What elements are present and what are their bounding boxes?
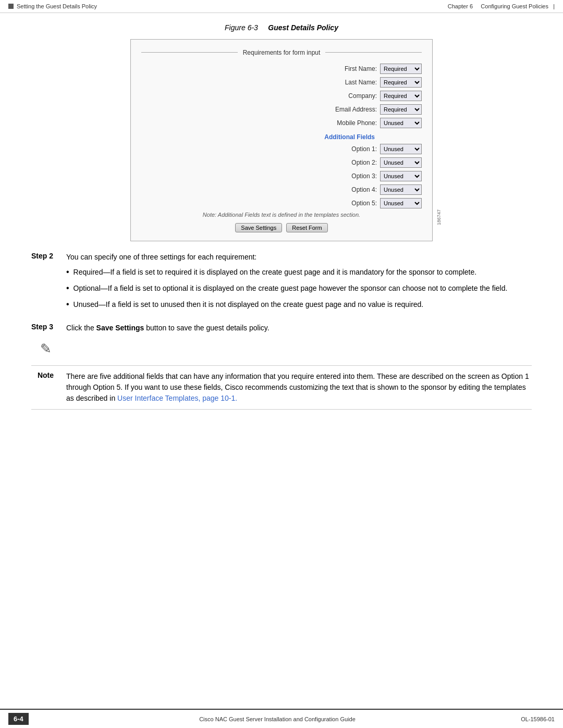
- step-2-content: You can specify one of three settings fo…: [66, 252, 532, 315]
- main-field-row-2: Company:RequiredOptionalUnused: [141, 91, 422, 101]
- header-breadcrumb: Setting the Guest Details Policy: [17, 3, 97, 9]
- main-field-label-0: First Name:: [320, 65, 377, 72]
- note-link[interactable]: User Interface Templates, page 10-1.: [117, 394, 237, 402]
- main-field-row-4: Mobile Phone:RequiredOptionalUnused: [141, 118, 422, 128]
- bullet-unused-text: Unused—If a field is set to unused then …: [74, 299, 424, 310]
- option-fields: Option 1:RequiredOptionalUnusedOption 2:…: [141, 144, 422, 208]
- header-icon: [8, 4, 14, 9]
- option-field-label-3: Option 4:: [320, 186, 377, 193]
- option-field-row-0: Option 1:RequiredOptionalUnused: [141, 144, 422, 154]
- main-field-row-3: Email Address:RequiredOptionalUnused: [141, 104, 422, 115]
- main-field-select-1[interactable]: RequiredOptionalUnused: [380, 77, 422, 88]
- step-3-bold: Save Settings: [96, 324, 144, 332]
- page-number: 6-4: [8, 713, 29, 725]
- bullet-dot-3: •: [66, 299, 69, 310]
- note-body: There are five additional fields that ca…: [66, 371, 532, 404]
- bullet-unused: • Unused—If a field is set to unused the…: [66, 299, 532, 310]
- steps-section: Step 2 You can specify one of three sett…: [31, 252, 532, 357]
- bullet-optional: • Optional—If a field is set to optional…: [66, 283, 532, 294]
- step-2-row: Step 2 You can specify one of three sett…: [31, 252, 532, 315]
- bottom-center: Cisco NAC Guest Server Installation and …: [199, 716, 356, 722]
- note-section: Note There are five additional fields th…: [31, 365, 532, 410]
- bottom-bar: 6-4 Cisco NAC Guest Server Installation …: [0, 709, 563, 728]
- option-field-select-4[interactable]: RequiredOptionalUnused: [380, 198, 422, 208]
- step-3-row: Step 3 Click the Save Settings button to…: [31, 323, 532, 334]
- main-field-row-1: Last Name:RequiredOptionalUnused: [141, 77, 422, 88]
- pencil-icon: ✎: [40, 341, 52, 357]
- option-field-row-3: Option 4:RequiredOptionalUnused: [141, 184, 422, 195]
- bullet-required-text: Required—If a field is set to required i…: [74, 267, 477, 278]
- main-field-select-2[interactable]: RequiredOptionalUnused: [380, 91, 422, 101]
- step-2-intro: You can specify one of three settings fo…: [66, 253, 256, 261]
- option-field-label-2: Option 3:: [320, 172, 377, 180]
- option-field-row-1: Option 2:RequiredOptionalUnused: [141, 157, 422, 168]
- step-3-text-suffix: button to save the guest details policy.: [144, 324, 269, 332]
- option-field-row-2: Option 3:RequiredOptionalUnused: [141, 171, 422, 181]
- note-icon-col: Note: [31, 371, 60, 404]
- bullet-dot-1: •: [66, 267, 69, 278]
- form-note: Note: Additional Fields text is defined …: [141, 212, 422, 218]
- bottom-right: OL-15986-01: [521, 716, 555, 722]
- bullet-optional-text: Optional—If a field is set to optional i…: [74, 283, 508, 294]
- page-header: Setting the Guest Details Policy Chapter…: [0, 0, 563, 13]
- main-field-row-0: First Name:RequiredOptionalUnused: [141, 64, 422, 74]
- main-field-select-0[interactable]: RequiredOptionalUnused: [380, 64, 422, 74]
- additional-fields-label: Additional Fields: [141, 133, 422, 141]
- figure-label: Figure 6-3: [225, 23, 258, 32]
- form-buttons: Save Settings Reset Form: [141, 223, 422, 232]
- option-field-label-4: Option 5:: [320, 200, 377, 207]
- header-right: Chapter 6 Configuring Guest Policies |: [448, 3, 555, 9]
- main-field-select-3[interactable]: RequiredOptionalUnused: [380, 104, 422, 115]
- main-field-label-4: Mobile Phone:: [320, 119, 377, 127]
- option-field-select-2[interactable]: RequiredOptionalUnused: [380, 171, 422, 181]
- step-3-content: Click the Save Settings button to save t…: [66, 323, 532, 334]
- option-field-select-1[interactable]: RequiredOptionalUnused: [380, 157, 422, 168]
- step-3-label: Step 3: [31, 323, 60, 334]
- option-field-row-4: Option 5:RequiredOptionalUnused: [141, 198, 422, 208]
- main-field-select-4[interactable]: RequiredOptionalUnused: [380, 118, 422, 128]
- header-chapter: Chapter 6: [448, 3, 473, 9]
- option-field-select-3[interactable]: RequiredOptionalUnused: [380, 184, 422, 195]
- main-field-label-2: Company:: [320, 92, 377, 100]
- main-field-label-3: Email Address:: [320, 106, 377, 113]
- step-2-bullets: • Required—If a field is set to required…: [66, 267, 532, 310]
- header-chapter-title: Configuring Guest Policies: [481, 3, 548, 9]
- option-field-label-0: Option 1:: [320, 145, 377, 153]
- form-legend: Requirements for form input: [238, 49, 326, 56]
- bullet-required: • Required—If a field is set to required…: [66, 267, 532, 278]
- reset-form-button[interactable]: Reset Form: [286, 223, 327, 232]
- option-field-select-0[interactable]: RequiredOptionalUnused: [380, 144, 422, 154]
- bottom-left: 6-4: [8, 713, 34, 725]
- main-field-label-1: Last Name:: [320, 79, 377, 86]
- bullet-dot-2: •: [66, 283, 69, 294]
- header-left: Setting the Guest Details Policy: [8, 3, 97, 9]
- figure-name: Guest Details Policy: [268, 23, 338, 32]
- note-label: Note: [38, 371, 54, 379]
- option-field-label-1: Option 2:: [320, 159, 377, 166]
- save-settings-button[interactable]: Save Settings: [235, 223, 282, 232]
- figure-title: Figure 6-3 Guest Details Policy: [31, 23, 532, 32]
- form-box: Requirements for form input First Name:R…: [130, 39, 433, 241]
- main-content: Figure 6-3 Guest Details Policy Requirem…: [0, 13, 563, 428]
- figure-number-side: 186747: [436, 209, 442, 225]
- step-2-label: Step 2: [31, 252, 60, 315]
- step-3-text-prefix: Click the: [66, 324, 96, 332]
- main-fields: First Name:RequiredOptionalUnusedLast Na…: [141, 64, 422, 128]
